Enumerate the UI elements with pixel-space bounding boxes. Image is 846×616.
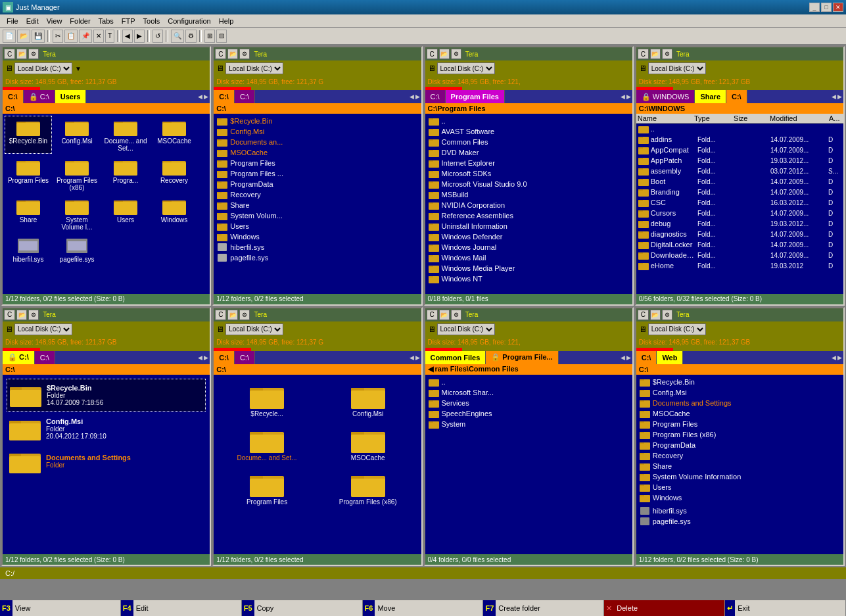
list-item[interactable]: Microsoft SDKs <box>427 168 630 179</box>
menu-edit[interactable]: Edit <box>22 16 43 26</box>
panel7-drive-select[interactable]: Local Disk (C:) <box>437 323 495 335</box>
list-item[interactable]: Downloaded Pro... Fold...14.07.2009...D <box>636 250 843 260</box>
panel3-tab-icon1[interactable]: ◀ <box>621 93 625 100</box>
panel1-drive-select[interactable]: Local Disk (C:) <box>14 62 72 74</box>
list-item[interactable]: Boot Fold...14.07.2009...D <box>636 176 843 187</box>
list-item[interactable]: $Recycle.Bin <box>216 116 419 126</box>
panel3-btn1[interactable]: 📂 <box>439 49 450 59</box>
panel6-tab-1[interactable]: C:\ <box>214 351 235 364</box>
panel4-tab-icon2[interactable]: ▶ <box>837 93 842 100</box>
list-item[interactable]: Config.Msi <box>216 126 419 137</box>
panel5-btn2[interactable]: ⚙ <box>28 310 39 320</box>
panel7-btn1[interactable]: 📂 <box>439 310 450 320</box>
panel5-tab-1[interactable]: 🔒 C:\ <box>3 351 35 364</box>
list-item[interactable]: addins Fold...14.07.2009...D <box>636 134 843 145</box>
list-item[interactable]: hiberfil.sys <box>216 242 419 252</box>
list-item[interactable]: Windows <box>638 492 841 503</box>
panel8-drive-c[interactable]: C <box>638 310 649 320</box>
list-item[interactable]: $Recycle.Bin <box>5 116 51 153</box>
list-item[interactable]: Users <box>216 221 419 231</box>
tb-copy[interactable]: 📋 <box>64 30 78 43</box>
panel4-file-area[interactable]: Name Type Size Modified A... .. addins <box>636 114 843 294</box>
panel4-btn2[interactable]: ⚙ <box>662 49 672 59</box>
close-button[interactable]: ✕ <box>833 3 843 12</box>
list-item[interactable]: Services <box>427 398 630 408</box>
list-item[interactable]: Config.Msi <box>319 379 417 420</box>
tb-settings[interactable]: ⚙ <box>185 30 197 43</box>
panel1-tab-icon1[interactable]: ◀ <box>198 93 202 100</box>
list-item[interactable]: AppCompat Fold...14.07.2009...D <box>636 145 843 155</box>
list-item[interactable]: Program Files <box>5 156 51 193</box>
panel3-tab-program-files[interactable]: Program Files <box>446 90 505 103</box>
panel3-drive-select[interactable]: Local Disk (C:) <box>437 62 495 74</box>
list-item[interactable]: assembly Fold...03.07.2012...S... <box>636 166 843 176</box>
list-item[interactable]: debug Fold...19.03.2012...D <box>636 218 843 229</box>
tb-delete[interactable]: ✕ <box>93 30 104 43</box>
panel4-tab-icon1[interactable]: ◀ <box>832 93 836 100</box>
panel6-tab-icon1[interactable]: ◀ <box>410 354 414 361</box>
list-item[interactable]: Recovery <box>216 189 419 200</box>
panel5-tab-2[interactable]: C:\ <box>35 351 55 364</box>
func-f6[interactable]: F6 Move <box>363 600 484 616</box>
tb-new[interactable]: 📄 <box>3 30 16 43</box>
panel5-tab-icon2[interactable]: ▶ <box>204 354 208 361</box>
list-item[interactable]: NVIDIA Corporation <box>427 200 630 210</box>
panel2-tab-1[interactable]: C:\ <box>214 90 235 103</box>
list-item[interactable]: Documents an... <box>216 137 419 147</box>
func-exit[interactable]: ↵ Exit <box>725 600 846 616</box>
list-item[interactable]: DigitalLocker Fold...14.07.2009...D <box>636 239 843 250</box>
list-item[interactable]: $Recycle.Bin <box>638 377 841 387</box>
panel6-file-area[interactable]: $Recycle... Config.Msi Docume... and Set… <box>214 375 421 555</box>
list-item[interactable]: Program Files <box>216 158 419 168</box>
list-item[interactable]: AVAST Software <box>427 126 630 137</box>
list-item[interactable]: Recovery <box>151 156 197 193</box>
panel1-tab-2[interactable]: 🔒 C:\ <box>24 90 55 103</box>
panel3-tab-1[interactable]: C:\ <box>425 90 446 103</box>
panel3-file-area[interactable]: .. AVAST Software Common Files DVD Maker <box>425 114 632 294</box>
panel2-tab-2[interactable]: C:\ <box>235 90 255 103</box>
func-f7[interactable]: F7 Create folder <box>483 600 604 616</box>
panel1-tab-icon2[interactable]: ▶ <box>204 93 208 100</box>
menu-tools[interactable]: Tools <box>139 16 164 26</box>
panel1-tab-users[interactable]: Users <box>55 90 87 103</box>
menu-configuration[interactable]: Configuration <box>164 16 214 26</box>
panel7-file-area[interactable]: .. Microsoft Shar... Services SpeechEngi… <box>425 375 632 555</box>
panel2-btn2[interactable]: ⚙ <box>239 49 250 59</box>
panel2-tab-icon1[interactable]: ◀ <box>410 93 414 100</box>
panel7-tab-icon2[interactable]: ▶ <box>626 354 631 361</box>
panel2-drive-c[interactable]: C <box>215 49 226 59</box>
tb-extra1[interactable]: ⊞ <box>204 30 215 43</box>
panel1-file-area[interactable]: $Recycle.Bin Config.Msi Docume... and Se… <box>3 114 210 294</box>
list-item[interactable]: Config.Msi <box>638 387 841 398</box>
list-item[interactable]: Program Files <box>218 467 316 508</box>
panel7-tab-common[interactable]: Common Files <box>425 351 486 364</box>
panel3-tab-icon2[interactable]: ▶ <box>626 93 631 100</box>
menu-ftp[interactable]: FTP <box>118 16 139 26</box>
list-item[interactable]: AppPatch Fold...19.03.2012...D <box>636 155 843 166</box>
panel5-tab-icon1[interactable]: ◀ <box>198 354 202 361</box>
list-item[interactable]: Config.Msi Folder 20.04.2012 17:09:10 <box>7 413 206 444</box>
list-item[interactable]: hiberfil.sys <box>5 235 51 264</box>
tb-extra2[interactable]: ⊟ <box>216 30 227 43</box>
panel1-btn1[interactable]: 📂 <box>16 49 27 59</box>
panel4-drive-select[interactable]: Local Disk (C:) <box>648 62 706 74</box>
list-item[interactable]: Windows <box>151 195 197 232</box>
tb-search[interactable]: 🔍 <box>171 30 184 43</box>
list-item[interactable]: System <box>427 419 630 429</box>
tb-save[interactable]: 💾 <box>32 30 45 43</box>
panel4-btn1[interactable]: 📂 <box>650 49 661 59</box>
list-item[interactable]: ProgramData <box>216 179 419 189</box>
list-item[interactable]: Reference Assemblies <box>427 210 630 221</box>
list-item[interactable]: MSOCache <box>216 147 419 158</box>
maximize-button[interactable]: □ <box>821 3 832 12</box>
panel6-tab-2[interactable]: C:\ <box>235 351 255 364</box>
list-item[interactable]: MSOCache <box>151 116 197 153</box>
list-item[interactable]: .. <box>427 377 630 387</box>
list-item[interactable]: Users <box>103 195 149 232</box>
list-item[interactable]: Program Files (x86) <box>638 429 841 440</box>
list-item[interactable]: Windows Media Player <box>427 263 630 273</box>
func-delete[interactable]: ✕ Delete <box>604 600 725 616</box>
list-item[interactable]: Users <box>638 482 841 492</box>
panel1-drive-c[interactable]: C <box>4 49 15 59</box>
list-item[interactable]: eHome Fold...19.03.2012D <box>636 260 843 271</box>
